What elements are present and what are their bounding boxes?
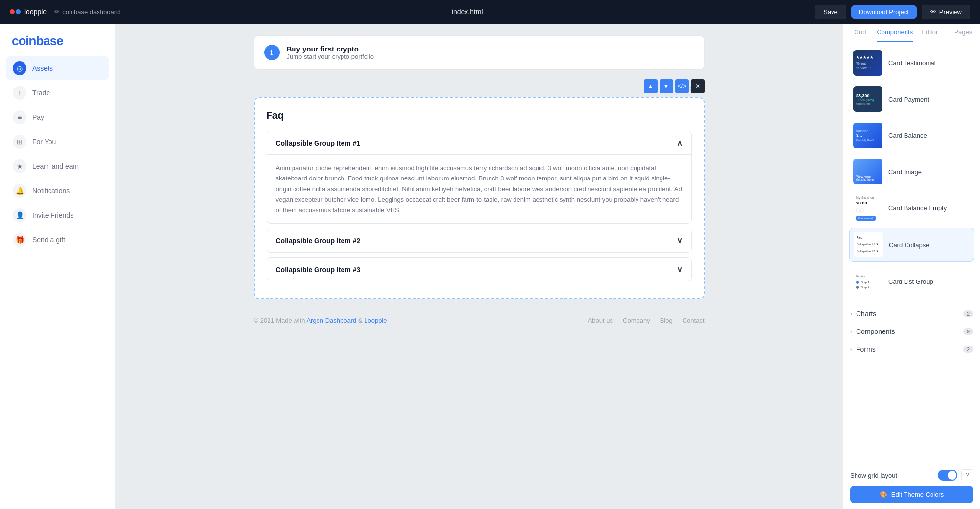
card-balance-empty-label: Card Balance Empty	[888, 204, 947, 212]
section-forms: › Forms 2	[843, 340, 980, 358]
notifications-icon: 🔔	[13, 184, 26, 198]
sidebar-nav: ◎ Assets ↑ Trade ≡ Pay ⊞ For You ★ Learn…	[0, 56, 115, 509]
card-balance-label: Card Balance	[888, 132, 927, 139]
topbar-filename: coinbase dashboard	[62, 8, 120, 16]
section-charts: › Charts 2	[843, 305, 980, 323]
sidebar-item-invite[interactable]: 👤 Invite Friends	[6, 204, 109, 227]
components-label: Components	[856, 328, 895, 335]
card-balance-item[interactable]: Balance $... Monthly Profit Card Balance	[849, 119, 974, 152]
forms-header-left: › Forms	[850, 345, 876, 353]
trade-icon: ↑	[13, 86, 26, 100]
tab-grid[interactable]: Grid	[843, 24, 877, 42]
faq-title: Faq	[267, 110, 692, 121]
canvas: ℹ Buy your first crypto Jump start your …	[115, 24, 843, 509]
card-collapse-item[interactable]: Faq Collapsible #1 ▼ Collapsible #2 ▼ Ca…	[849, 228, 974, 262]
card-payment-item[interactable]: $3,300 +15% (825) Orders info Card Payme…	[849, 82, 974, 116]
card-payment-label: Card Payment	[888, 96, 929, 103]
canvas-inner: ℹ Buy your first crypto Jump start your …	[254, 35, 705, 332]
forms-label: Forms	[856, 345, 876, 353]
pencil-icon: ✏	[54, 8, 59, 15]
accordion-item-2: Collapsible Group Item #2 ∨	[267, 229, 692, 253]
sidebar-item-pay[interactable]: ≡ Pay	[6, 105, 109, 129]
topbar-right: Save Download Project 👁 Preview	[815, 5, 970, 19]
charts-chevron-icon: ›	[850, 310, 852, 317]
loopple-logo-icon	[10, 8, 21, 16]
footer-loopple-link[interactable]: Loopple	[364, 317, 387, 324]
accordion-label-2: Collapsible Group Item #2	[276, 237, 361, 245]
tab-editor[interactable]: Editor	[913, 24, 946, 42]
card-testimonial-thumb: ★★★★★ "Great service..."	[853, 50, 882, 76]
section-components: › Components 9	[843, 323, 980, 340]
tab-components[interactable]: Components	[877, 24, 913, 42]
main-layout: coinbase ◎ Assets ↑ Trade ≡ Pay ⊞ For Yo…	[0, 24, 980, 509]
faq-wrapper: ▲ ▼ </> ✕ Faq Collapsible Group Item #1 …	[254, 97, 705, 299]
col4-label: col-4	[254, 79, 705, 97]
bottom-bar: Show grid layout ? 🎨 Edit Theme Colors	[843, 463, 980, 509]
buy-crypto-text: Buy your first crypto Jump start your cr…	[287, 45, 374, 60]
buy-crypto-title: Buy your first crypto	[287, 45, 374, 53]
edit-theme-button[interactable]: 🎨 Edit Theme Colors	[850, 486, 973, 503]
show-grid-controls: ?	[938, 469, 973, 481]
topbar-file: ✏ coinbase dashboard	[54, 8, 120, 16]
faq-card: Faq Collapsible Group Item #1 ∧ Anim par…	[254, 97, 705, 299]
sidebar-item-foryou[interactable]: ⊞ For You	[6, 130, 109, 153]
foryou-icon: ⊞	[13, 135, 26, 149]
chevron-up-icon: ∧	[677, 138, 683, 148]
footer-company[interactable]: Company	[623, 317, 650, 324]
topbar-logo: loopple	[10, 8, 47, 16]
accordion-item-3: Collapsible Group Item #3 ∨	[267, 257, 692, 281]
card-image-item[interactable]: View your details here Card Image	[849, 155, 974, 188]
charts-section-header[interactable]: › Charts 2	[843, 305, 980, 323]
card-collapse-thumb: Faq Collapsible #1 ▼ Collapsible #2 ▼	[854, 232, 883, 257]
help-button[interactable]: ?	[961, 469, 973, 481]
code-button[interactable]: </>	[675, 79, 689, 93]
learn-icon: ★	[13, 159, 26, 173]
footer-contact[interactable]: Contact	[683, 317, 705, 324]
footer-about[interactable]: About us	[588, 317, 613, 324]
accordion-header-2[interactable]: Collapsible Group Item #2 ∨	[267, 229, 691, 252]
accordion-label-3: Collapsible Group Item #3	[276, 266, 361, 274]
accordion-header-3[interactable]: Collapsible Group Item #3 ∨	[267, 258, 691, 281]
accordion-body-1: Anim pariatur cliche reprehenderit, enim…	[267, 154, 691, 223]
save-button[interactable]: Save	[815, 5, 846, 19]
tab-pages[interactable]: Pages	[947, 24, 980, 42]
move-down-button[interactable]: ▼	[660, 79, 673, 93]
buy-crypto-card: ℹ Buy your first crypto Jump start your …	[254, 35, 705, 70]
delete-button[interactable]: ✕	[691, 79, 705, 93]
sidebar: coinbase ◎ Assets ↑ Trade ≡ Pay ⊞ For Yo…	[0, 24, 115, 509]
card-balance-empty-thumb: My Balance $0.00 ○ Get started	[853, 195, 882, 221]
components-header-left: › Components	[850, 328, 895, 335]
show-grid-row: Show grid layout ?	[850, 469, 973, 481]
pay-icon: ≡	[13, 110, 26, 124]
components-section-header[interactable]: › Components 9	[843, 323, 980, 340]
footer-argon-link[interactable]: Argon Dashboard	[306, 317, 356, 324]
sidebar-item-gift[interactable]: 🎁 Send a gift	[6, 228, 109, 252]
accordion-item-1: Collapsible Group Item #1 ∧ Anim pariatu…	[267, 131, 692, 224]
card-list-group-thumb: Details Step 1 Step 2	[853, 269, 882, 294]
card-balance-empty-item[interactable]: My Balance $0.00 ○ Get started Card Bala…	[849, 191, 974, 225]
assets-icon: ◎	[13, 61, 26, 75]
faq-toolbar: ▲ ▼ </> ✕	[644, 79, 705, 93]
card-image-thumb: View your details here	[853, 159, 882, 184]
card-testimonial-item[interactable]: ★★★★★ "Great service..." Card Testimonia…	[849, 46, 974, 79]
grid-toggle[interactable]	[938, 470, 957, 481]
forms-badge: 2	[963, 346, 973, 353]
preview-button[interactable]: 👁 Preview	[922, 5, 970, 19]
topbar-left: loopple ✏ coinbase dashboard	[10, 8, 120, 16]
accordion-label-1: Collapsible Group Item #1	[276, 139, 361, 147]
sidebar-item-assets[interactable]: ◎ Assets	[6, 56, 109, 80]
card-list-group-item[interactable]: Details Step 1 Step 2 Card List Group	[849, 265, 974, 298]
download-button[interactable]: Download Project	[851, 5, 917, 19]
card-balance-thumb: Balance $... Monthly Profit	[853, 123, 882, 148]
sidebar-item-trade[interactable]: ↑ Trade	[6, 81, 109, 104]
sidebar-item-notifications[interactable]: 🔔 Notifications	[6, 179, 109, 203]
toggle-knob	[948, 471, 956, 480]
info-icon: ℹ	[264, 45, 280, 60]
footer-copyright: © 2021 Made with Argon Dashboard & Loopp…	[254, 317, 387, 324]
footer-blog[interactable]: Blog	[660, 317, 673, 324]
move-up-button[interactable]: ▲	[644, 79, 658, 93]
forms-section-header[interactable]: › Forms 2	[843, 340, 980, 358]
sidebar-item-learn[interactable]: ★ Learn and earn	[6, 154, 109, 178]
accordion-header-1[interactable]: Collapsible Group Item #1 ∧	[267, 131, 691, 154]
card-image-label: Card Image	[888, 168, 922, 176]
